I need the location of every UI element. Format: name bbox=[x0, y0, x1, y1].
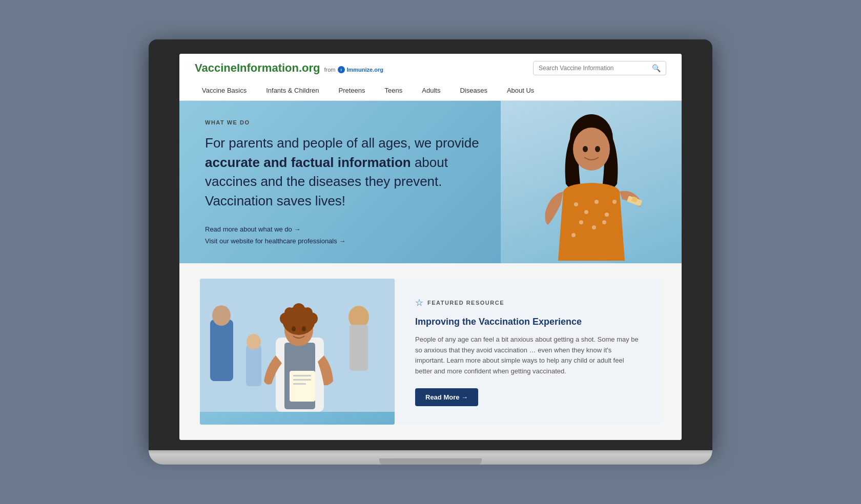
nav-item-infants-children[interactable]: Infants & Children bbox=[264, 81, 321, 100]
svg-point-7 bbox=[592, 225, 596, 229]
svg-point-29 bbox=[305, 312, 318, 325]
star-icon: ☆ bbox=[415, 297, 423, 308]
screen-bezel: VaccineInformation.org from i Immunize.o… bbox=[149, 39, 712, 450]
logo-from-text: from i Immunize.org bbox=[324, 66, 384, 73]
svg-point-6 bbox=[579, 220, 583, 224]
svg-point-1 bbox=[573, 128, 610, 171]
hero-text-part1: For parents and people of all ages, we p… bbox=[205, 135, 479, 151]
search-bar[interactable]: 🔍 bbox=[533, 61, 666, 75]
site-header: VaccineInformation.org from i Immunize.o… bbox=[179, 54, 682, 101]
svg-point-30 bbox=[292, 326, 296, 331]
svg-point-8 bbox=[602, 220, 606, 224]
featured-section: ☆ FEATURED RESOURCE Improving the Vaccin… bbox=[179, 263, 682, 440]
search-icon: 🔍 bbox=[652, 64, 661, 72]
laptop-frame: VaccineInformation.org from i Immunize.o… bbox=[149, 39, 712, 465]
immunize-label[interactable]: Immunize.org bbox=[347, 67, 384, 73]
svg-point-9 bbox=[571, 233, 576, 237]
hero-text-bold: accurate and factual information bbox=[205, 155, 411, 170]
svg-rect-33 bbox=[293, 375, 311, 376]
svg-point-19 bbox=[247, 334, 261, 349]
read-more-button[interactable]: Read More → bbox=[415, 388, 478, 406]
header-top: VaccineInformation.org from i Immunize.o… bbox=[195, 61, 666, 75]
svg-point-4 bbox=[594, 200, 599, 204]
hero-content: WHAT WE DO For parents and people of all… bbox=[179, 101, 501, 263]
svg-point-14 bbox=[595, 146, 600, 152]
svg-point-10 bbox=[612, 200, 617, 204]
hero-link-about[interactable]: Read more about what we do → bbox=[205, 225, 480, 233]
featured-badge: ☆ FEATURED RESOURCE bbox=[415, 297, 641, 308]
laptop-screen: VaccineInformation.org from i Immunize.o… bbox=[179, 54, 682, 440]
doctor-scene bbox=[200, 279, 395, 425]
svg-rect-16 bbox=[210, 320, 233, 381]
doctor-scene-svg bbox=[200, 279, 395, 412]
hero-eyebrow: WHAT WE DO bbox=[205, 119, 480, 125]
hero-links: Read more about what we do → Visit our w… bbox=[205, 225, 480, 245]
nav-item-vaccine-basics[interactable]: Vaccine Basics bbox=[200, 81, 249, 100]
nav-item-about-us[interactable]: About Us bbox=[505, 81, 536, 100]
featured-content: ☆ FEATURED RESOURCE Improving the Vaccin… bbox=[395, 279, 661, 425]
svg-point-17 bbox=[212, 305, 231, 326]
hero-link-professionals[interactable]: Visit our website for healthcare profess… bbox=[205, 237, 480, 245]
svg-point-2 bbox=[574, 202, 578, 206]
svg-rect-34 bbox=[293, 379, 311, 381]
site-logo[interactable]: VaccineInformation.org bbox=[195, 61, 320, 75]
featured-description: People of any age can feel a bit anxious… bbox=[415, 334, 641, 377]
hero-image bbox=[501, 101, 682, 263]
featured-title: Improving the Vaccination Experience bbox=[415, 317, 641, 327]
svg-point-5 bbox=[605, 213, 609, 217]
search-input[interactable] bbox=[539, 65, 652, 72]
laptop-base-shadow bbox=[149, 450, 712, 454]
immunize-icon: i bbox=[338, 66, 345, 73]
svg-rect-35 bbox=[293, 383, 306, 385]
svg-rect-18 bbox=[246, 345, 261, 386]
nav-item-adults[interactable]: Adults bbox=[420, 81, 442, 100]
hero-banner: WHAT WE DO For parents and people of all… bbox=[179, 101, 682, 263]
hero-headline: For parents and people of all ages, we p… bbox=[205, 134, 480, 211]
hero-person-svg bbox=[535, 112, 648, 263]
svg-point-13 bbox=[583, 146, 588, 152]
website: VaccineInformation.org from i Immunize.o… bbox=[179, 54, 682, 440]
nav-item-preteens[interactable]: Preteens bbox=[337, 81, 367, 100]
svg-rect-37 bbox=[350, 325, 368, 371]
logo-area: VaccineInformation.org from i Immunize.o… bbox=[195, 61, 383, 75]
main-nav: Vaccine Basics Infants & Children Pretee… bbox=[195, 81, 666, 100]
hero-person-illustration bbox=[501, 101, 682, 263]
nav-item-teens[interactable]: Teens bbox=[383, 81, 405, 100]
svg-point-3 bbox=[584, 210, 588, 214]
featured-image bbox=[200, 279, 395, 425]
svg-point-31 bbox=[302, 326, 306, 331]
nav-item-diseases[interactable]: Diseases bbox=[458, 81, 489, 100]
laptop-base bbox=[149, 450, 712, 465]
featured-label: FEATURED RESOURCE bbox=[427, 300, 504, 306]
